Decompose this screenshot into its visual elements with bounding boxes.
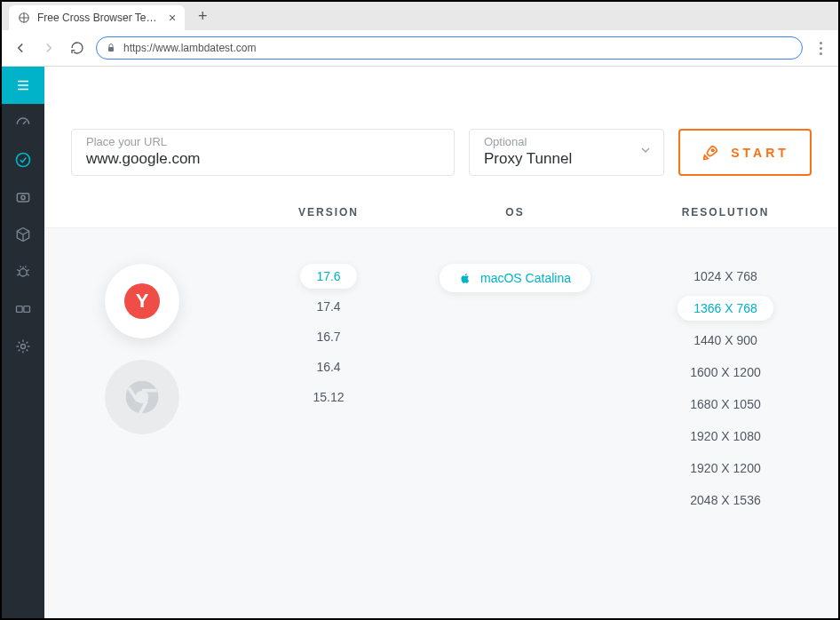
proxy-tunnel-select[interactable]: Optional Proxy Tunnel [469, 129, 664, 176]
header-browser [44, 206, 240, 219]
svg-rect-1 [108, 47, 114, 52]
svg-rect-3 [17, 194, 28, 202]
browser-menu-button[interactable] [812, 42, 829, 55]
svg-point-9 [712, 148, 715, 151]
version-option[interactable]: 17.4 [300, 294, 356, 319]
apple-icon [459, 271, 472, 285]
selection-grid: Y 17.617.416.716.415.12 macOS Catalina 1… [44, 228, 838, 619]
start-button-label: START [731, 146, 789, 160]
resolution-option[interactable]: 1024 X 768 [678, 264, 773, 289]
column-headers: VERSION OS RESOLUTION [44, 197, 838, 228]
yandex-icon: Y [124, 283, 160, 319]
os-option-label: macOS Catalina [480, 271, 571, 285]
sidebar-cube-icon[interactable] [2, 216, 44, 253]
version-column: 17.617.416.716.415.12 [240, 264, 417, 619]
address-bar[interactable]: https://www.lambdatest.com [96, 36, 803, 60]
svg-point-5 [20, 269, 27, 276]
version-option[interactable]: 15.12 [297, 385, 360, 409]
url-field[interactable]: Place your URL www.google.com [71, 129, 455, 176]
svg-rect-6 [17, 306, 23, 313]
resolution-option[interactable]: 1920 X 1200 [674, 456, 776, 481]
tab-favicon-icon [18, 12, 30, 24]
resolution-option[interactable]: 1366 X 768 [678, 296, 773, 321]
header-resolution: RESOLUTION [613, 206, 838, 219]
sidebar-integrations-icon[interactable] [2, 290, 44, 328]
resolution-option[interactable]: 1920 X 1080 [674, 424, 776, 449]
header-version: VERSION [240, 206, 417, 219]
rocket-icon [701, 143, 720, 163]
sidebar [2, 67, 44, 619]
browser-chrome[interactable] [105, 360, 179, 434]
version-option[interactable]: 17.6 [300, 264, 356, 289]
header-os: OS [417, 206, 613, 219]
sidebar-dashboard-icon[interactable] [2, 104, 44, 141]
svg-rect-7 [24, 306, 30, 313]
browser-toolbar: https://www.lambdatest.com [2, 30, 838, 66]
browser-column: Y [44, 264, 240, 619]
sidebar-realtime-icon[interactable] [2, 141, 44, 179]
resolution-option[interactable]: 1440 X 900 [678, 328, 773, 353]
os-option-macos-catalina[interactable]: macOS Catalina [440, 264, 590, 292]
svg-point-8 [21, 345, 26, 349]
version-option[interactable]: 16.4 [300, 354, 356, 379]
address-text: https://www.lambdatest.com [123, 42, 256, 54]
sidebar-menu-toggle[interactable] [2, 67, 44, 104]
sidebar-bug-icon[interactable] [2, 253, 44, 290]
url-field-label: Place your URL [86, 135, 440, 148]
new-tab-button[interactable]: + [192, 5, 213, 27]
resolution-option[interactable]: 1600 X 1200 [674, 360, 776, 385]
resolution-option[interactable]: 2048 X 1536 [674, 488, 776, 513]
resolution-column: 1024 X 7681366 X 7681440 X 9001600 X 120… [613, 264, 838, 619]
svg-point-2 [17, 154, 30, 167]
proxy-label: Optional [484, 135, 572, 148]
config-top-row: Place your URL www.google.com Optional P… [44, 67, 838, 197]
tab-close-icon[interactable]: × [169, 11, 176, 25]
svg-point-4 [21, 195, 25, 199]
sidebar-screenshot-icon[interactable] [2, 179, 44, 216]
browser-yandex[interactable]: Y [105, 264, 179, 338]
url-field-value: www.google.com [86, 150, 440, 168]
resolution-option[interactable]: 1680 X 1050 [674, 392, 776, 417]
back-button[interactable] [11, 38, 30, 58]
browser-tab[interactable]: Free Cross Browser Testing Clou × [9, 5, 185, 30]
tab-title: Free Cross Browser Testing Clou [37, 12, 162, 24]
sidebar-settings-icon[interactable] [2, 328, 44, 365]
chrome-icon [123, 378, 162, 417]
start-button[interactable]: START [678, 129, 812, 176]
chevron-down-icon [638, 143, 653, 161]
os-column: macOS Catalina [417, 264, 613, 619]
forward-button[interactable] [39, 38, 59, 58]
lock-icon [106, 43, 116, 53]
proxy-value: Proxy Tunnel [484, 150, 572, 168]
version-option[interactable]: 16.7 [300, 324, 356, 349]
browser-tab-bar: Free Cross Browser Testing Clou × + [2, 2, 838, 30]
reload-button[interactable] [67, 38, 87, 58]
